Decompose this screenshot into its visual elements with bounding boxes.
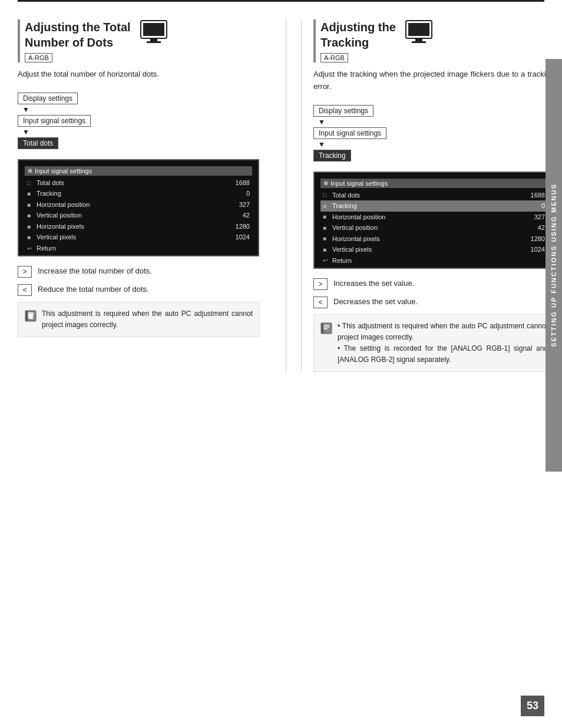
right-screen-table: □ Total dots 1688 ■ Tracking 0 ■ Horizon… <box>320 190 547 266</box>
right-screen-title: Input signal settings <box>330 180 388 187</box>
right-note-item: • This adjustment is required when the a… <box>338 321 548 343</box>
right-note-item: • The setting is recorded for the [ANALO… <box>338 343 548 365</box>
left-section-header: Adjusting the Total Number of Dots A-RGB <box>18 19 259 62</box>
right-screen-titlebar: ⊕ Input signal settings <box>320 179 547 188</box>
svg-rect-2 <box>150 39 157 41</box>
right-badge: A-RGB <box>320 53 348 62</box>
svg-rect-12 <box>415 39 422 41</box>
bullet-symbol: < <box>18 284 32 296</box>
right-screen: ⊕ Input signal settings □ Total dots 168… <box>313 172 554 269</box>
bullet-row: > Increase the total number of dots. <box>18 265 259 278</box>
left-note-text: This adjustment is required when the aut… <box>42 308 253 331</box>
left-nav-input: Input signal settings <box>18 115 91 127</box>
svg-rect-15 <box>323 325 329 326</box>
right-column: Adjusting the Tracking A-RGB Adjust the … <box>301 19 554 372</box>
bullet-symbol: > <box>313 278 328 290</box>
left-nav-arrow2: ▼ <box>22 128 29 136</box>
right-section-header: Adjusting the Tracking A-RGB <box>313 19 554 62</box>
left-nav-display: Display settings <box>18 93 78 104</box>
left-nav-path: Display settings ▼ Input signal settings… <box>18 93 259 150</box>
right-note-icon <box>320 322 333 335</box>
left-description: Adjust the total number of horizontal do… <box>18 68 259 81</box>
svg-rect-16 <box>323 327 329 328</box>
right-note-block: • This adjustment is required when the a… <box>313 314 554 373</box>
left-note-block: 📋 This adjustment is required when the a… <box>18 302 259 337</box>
bullet-symbol: < <box>313 297 328 308</box>
right-nav-path: Display settings ▼ Input signal settings… <box>313 105 554 163</box>
left-screen-titlebar: ⊕ Input signal settings <box>25 166 252 176</box>
left-screen-table: □ Total dots 1688 ■ Tracking 0 ■ Horizon… <box>25 177 252 254</box>
bullet-text: Increases the set value. <box>333 278 414 289</box>
left-screen: ⊕ Input signal settings □ Total dots 168… <box>18 159 259 256</box>
svg-rect-17 <box>323 328 328 330</box>
left-nav-arrow1: ▼ <box>22 106 29 114</box>
svg-rect-7 <box>28 314 34 315</box>
page-number: 53 <box>521 696 544 716</box>
left-monitor-icon <box>140 19 169 46</box>
svg-rect-8 <box>28 316 32 317</box>
right-description: Adjust the tracking when the projected i… <box>313 68 554 93</box>
left-nav-active: Total dots <box>18 137 58 149</box>
right-title: Adjusting the Tracking <box>320 19 396 50</box>
left-column: Adjusting the Total Number of Dots A-RGB… <box>18 19 271 372</box>
left-title: Adjusting the Total Number of Dots <box>25 19 131 50</box>
bullet-text: Increase the total number of dots. <box>38 265 152 277</box>
right-nav-arrow1: ▼ <box>318 118 325 126</box>
svg-rect-3 <box>147 41 161 43</box>
columns-wrapper: Adjusting the Total Number of Dots A-RGB… <box>0 2 562 390</box>
svg-rect-18 <box>322 324 323 333</box>
bullet-text: Reduce the total number of dots. <box>38 284 149 295</box>
right-nav-display: Display settings <box>313 105 373 117</box>
right-nav-arrow2: ▼ <box>318 140 325 149</box>
bullet-text: Decreases the set value. <box>333 296 418 308</box>
svg-rect-1 <box>143 23 164 36</box>
svg-rect-6 <box>28 312 34 314</box>
bullet-symbol: > <box>18 266 32 278</box>
sidebar-label-text: SETTING UP FUNCTIONS USING MENUS <box>550 183 557 347</box>
column-divider <box>286 19 286 372</box>
bullet-row: < Decreases the set value. <box>313 296 554 308</box>
sidebar-label-wrapper: SETTING UP FUNCTIONS USING MENUS <box>546 59 562 472</box>
left-badge: A-RGB <box>25 53 52 62</box>
svg-rect-11 <box>408 23 429 36</box>
right-title-block: Adjusting the Tracking A-RGB <box>313 19 396 62</box>
bullet-row: < Reduce the total number of dots. <box>18 284 259 296</box>
right-nav-active: Tracking <box>313 150 351 162</box>
left-note-icon: 📋 <box>24 309 37 322</box>
right-notes-text: • This adjustment is required when the a… <box>338 321 548 366</box>
right-nav-input: Input signal settings <box>313 127 386 139</box>
svg-rect-9 <box>26 311 28 321</box>
svg-rect-13 <box>412 41 426 43</box>
left-bullets: > Increase the total number of dots. < R… <box>18 265 259 296</box>
left-title-block: Adjusting the Total Number of Dots A-RGB <box>18 19 131 62</box>
bullet-row: > Increases the set value. <box>313 278 554 290</box>
right-bullets: > Increases the set value. < Decreases t… <box>313 278 554 308</box>
left-screen-title: Input signal settings <box>35 167 92 174</box>
right-monitor-icon <box>405 19 434 46</box>
